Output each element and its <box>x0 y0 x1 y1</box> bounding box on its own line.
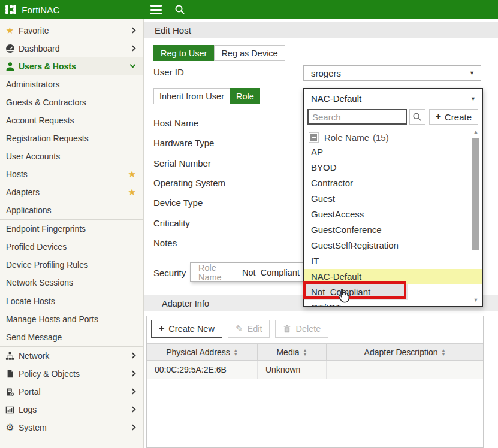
adapter-table-row[interactable]: 00:0C:29:5A:2E:6B Unknown <box>147 361 483 379</box>
user-icon <box>5 62 15 72</box>
sidebar-item-profiled-devices[interactable]: Profiled Devices <box>0 238 143 256</box>
role-item-ot-iot[interactable]: OT/IOT <box>304 300 482 307</box>
pencil-icon: ✎ <box>236 323 243 334</box>
chevron-right-icon <box>130 371 136 377</box>
sidebar-item-network[interactable]: Network <box>0 347 143 365</box>
sidebar-item-portal[interactable]: Portal <box>0 383 143 401</box>
role-item-ap[interactable]: AP <box>304 144 482 160</box>
select-all-checkbox-icon[interactable] <box>309 132 319 143</box>
role-item-byod[interactable]: BYOD <box>304 160 482 175</box>
sidebar-item-manage-hosts-and-ports[interactable]: Manage Hosts and Ports <box>0 310 143 328</box>
role-item-guestconference[interactable]: GuestConference <box>304 222 482 238</box>
sidebar-item-guests-contractors[interactable]: Guests & Contractors <box>0 93 143 111</box>
dashboard-gauge-icon <box>5 44 15 54</box>
sidebar-item-account-requests[interactable]: Account Requests <box>0 111 143 129</box>
adapter-table: Physical Address ▲▼ Media ▲▼ Adapter Des… <box>147 343 483 379</box>
sitemap-icon <box>5 351 15 361</box>
col-header-media[interactable]: Media ▲▼ <box>258 344 327 360</box>
role-item-contractor[interactable]: Contractor <box>304 175 482 191</box>
sidebar-item-dashboard[interactable]: Dashboard <box>0 40 143 57</box>
sidebar-item-system[interactable]: ⚙ System <box>0 419 143 437</box>
plus-icon: + <box>436 111 441 122</box>
adapter-info-panel: + Create New ✎ Edit Delete Physical Addr… <box>146 316 484 448</box>
role-selected-value: NAC-Default <box>311 93 361 104</box>
search-icon[interactable] <box>174 4 185 15</box>
tooltip-field-label: Role Name <box>198 263 233 282</box>
sidebar-item-endpoint-fingerprints[interactable]: Endpoint Fingerprints <box>0 220 143 238</box>
scroll-up-icon[interactable]: ▲ <box>472 129 480 135</box>
caret-down-icon: ▼ <box>470 96 476 102</box>
edit-button[interactable]: ✎ Edit <box>228 320 270 338</box>
toggle-inherit-from-user[interactable]: Inherit from User <box>153 88 230 104</box>
annotation-red-box <box>303 281 406 299</box>
tab-reg-to-user[interactable]: Reg to User <box>153 45 214 61</box>
scroll-down-icon[interactable]: ▼ <box>472 297 480 303</box>
sidebar-item-favorite[interactable]: ★ Favorite <box>0 22 143 40</box>
sidebar-item-adapters[interactable]: Adapters★ <box>0 183 143 201</box>
sidebar-item-network-sessions[interactable]: Network Sessions <box>0 274 143 292</box>
role-list-header-label[interactable]: Role Name <box>324 132 369 143</box>
sort-icon: ▲▼ <box>303 348 307 356</box>
sidebar-item-policy-objects[interactable]: Policy & Objects <box>0 365 143 383</box>
chevron-right-icon <box>130 425 136 431</box>
sidebar-item-locate-hosts[interactable]: Locate Hosts <box>0 292 143 310</box>
sidebar-item-registration-requests[interactable]: Registration Requests <box>0 129 143 147</box>
col-header-adapter-description[interactable]: Adapter Description ▲▼ <box>327 344 483 360</box>
menu-hamburger-icon[interactable] <box>150 5 162 14</box>
gear-icon: ⚙ <box>5 423 15 433</box>
role-item-it[interactable]: IT <box>304 253 482 269</box>
create-role-button[interactable]: + Create <box>429 109 478 125</box>
field-label-notes: Notes <box>153 238 177 248</box>
role-item-guestselfregistration[interactable]: GuestSelfRegistration <box>304 238 482 253</box>
favorite-star-icon[interactable]: ★ <box>128 187 136 198</box>
fortinac-app: FortiNAC ★ Favorite Dashboard Users & Ho… <box>0 0 498 448</box>
adapter-toolbar: + Create New ✎ Edit Delete <box>151 320 328 338</box>
role-item-guestaccess[interactable]: GuestAccess <box>304 207 482 222</box>
top-bar: FortiNAC <box>0 0 498 19</box>
user-id-select[interactable]: srogers ▼ <box>303 65 481 81</box>
scrollbar-thumb[interactable] <box>472 138 479 250</box>
tab-reg-as-device[interactable]: Reg as Device <box>214 45 285 61</box>
dropdown-scrollbar[interactable]: ▲ ▼ <box>472 129 480 303</box>
page-title: Edit Host <box>155 25 191 35</box>
sidebar-item-users-hosts[interactable]: Users & Hosts <box>0 57 143 75</box>
search-button[interactable] <box>409 109 425 125</box>
caret-down-icon: ▼ <box>469 70 475 76</box>
user-id-label: User ID <box>153 67 184 77</box>
role-dropdown-display[interactable]: NAC-Default ▼ <box>304 89 482 108</box>
adapter-info-title: Adapter Info <box>162 299 209 308</box>
sidebar-item-applications[interactable]: Applications <box>0 201 143 219</box>
star-icon: ★ <box>5 26 15 36</box>
favorite-star-icon[interactable]: ★ <box>128 169 136 180</box>
registration-tabs: Reg to User Reg as Device <box>153 45 285 61</box>
plus-icon: + <box>159 323 164 334</box>
chevron-right-icon <box>130 353 136 359</box>
sidebar-item-device-profiling-rules[interactable]: Device Profiling Rules <box>0 256 143 274</box>
create-new-button[interactable]: + Create New <box>151 320 222 338</box>
trash-icon <box>283 325 291 333</box>
server-icon <box>5 387 15 397</box>
field-label-operating-system: Operating System <box>153 178 225 188</box>
field-label-serial-number: Serial Number <box>153 158 211 168</box>
role-count: (15) <box>373 132 389 143</box>
sidebar-item-user-accounts[interactable]: User Accounts <box>0 147 143 165</box>
toggle-role[interactable]: Role <box>230 88 260 104</box>
sidebar-item-administrators[interactable]: Administrators <box>0 75 143 93</box>
document-icon <box>5 369 15 379</box>
role-dropdown-panel: NAC-Default ▼ + Create Role Name (15) AP… <box>303 88 483 307</box>
cell-media: Unknown <box>258 361 327 379</box>
sidebar-item-logs[interactable]: Logs <box>0 401 143 419</box>
role-name-tooltip: Role Name Not_Compliant <box>190 262 308 282</box>
page-title-bar: Edit Host <box>144 22 498 38</box>
delete-button[interactable]: Delete <box>275 320 328 338</box>
sidebar-item-send-message[interactable]: Send Message <box>0 328 143 346</box>
sort-icon: ▲▼ <box>442 348 446 356</box>
user-id-value: srogers <box>311 68 341 78</box>
role-item-guest[interactable]: Guest <box>304 191 482 207</box>
sidebar-item-hosts[interactable]: Hosts★ <box>0 165 143 183</box>
col-header-physical-address[interactable]: Physical Address ▲▼ <box>147 344 258 360</box>
chevron-right-icon <box>130 389 136 395</box>
role-search-input[interactable] <box>307 109 407 125</box>
chevron-right-icon <box>130 28 136 34</box>
role-list-header: Role Name (15) <box>304 130 482 144</box>
